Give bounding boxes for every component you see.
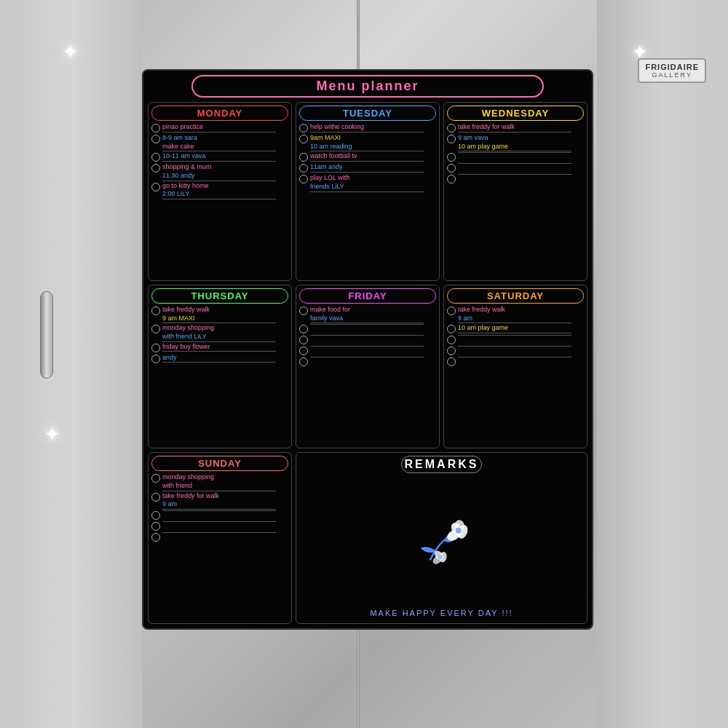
checkbox[interactable] <box>151 344 160 352</box>
monday-item-2: 8-9 am saramake cake <box>162 134 288 151</box>
fridge-handle[interactable] <box>40 291 53 379</box>
checkbox[interactable] <box>151 124 160 132</box>
list-item: 11am andy <box>299 163 436 173</box>
right-side <box>597 0 728 728</box>
list-item: help withe cooking <box>299 123 436 133</box>
monday-items: pinao practice 8-9 am saramake cake 10-1… <box>151 123 288 277</box>
checkbox[interactable] <box>151 355 160 363</box>
thursday-item-1: take freddy walk9 am MAXI <box>162 306 288 323</box>
checkbox[interactable] <box>151 325 160 333</box>
friday-header: FRIDAY <box>299 288 436 304</box>
svg-point-8 <box>438 555 443 560</box>
saturday-item-2: 10 am play game <box>458 324 584 333</box>
thursday-items: take freddy walk9 am MAXI monday shoppin… <box>151 306 288 445</box>
sparkle-top-left: ✦ <box>62 40 79 64</box>
thursday-item-2: monday shoppingwith friend LiLY <box>162 324 288 341</box>
friday-item-2 <box>310 324 436 325</box>
saturday-item-1: take freddy walk9 am <box>458 306 584 323</box>
checkbox[interactable] <box>447 336 456 344</box>
wednesday-header: WEDNESDAY <box>447 106 584 121</box>
list-item <box>447 335 584 345</box>
checkbox[interactable] <box>447 357 456 366</box>
checkbox[interactable] <box>151 183 160 191</box>
checkbox[interactable] <box>299 124 308 132</box>
list-item: 10-11 am vava <box>151 152 288 162</box>
list-item: andy <box>151 354 288 364</box>
wednesday-item-4 <box>458 163 584 164</box>
tuesday-header: TUESDAY <box>299 106 436 121</box>
list-item: 10 am play game <box>447 324 584 334</box>
sunday-item-2: take freddy for walk9 am <box>162 492 288 510</box>
list-item: 9am MAXI10 am reading <box>299 134 436 151</box>
checkbox[interactable] <box>151 511 160 520</box>
tuesday-item-5: play LOL withfriends LiLY <box>310 174 436 191</box>
friday-item-4 <box>310 346 436 347</box>
list-item <box>299 324 436 334</box>
checkbox[interactable] <box>447 347 456 355</box>
sunday-header: SUNDAY <box>151 456 288 471</box>
friday-item-3 <box>310 335 436 336</box>
checkbox[interactable] <box>299 347 308 355</box>
planner-grid: MONDAY pinao practice 8-9 am saramake ca… <box>148 102 587 624</box>
flower-decoration <box>395 517 489 568</box>
list-item: take freddy walk9 am MAXI <box>151 306 288 323</box>
saturday-item-4 <box>458 346 584 347</box>
list-item: pinao practice <box>151 123 288 133</box>
remarks-header: REMARKS <box>401 456 483 473</box>
checkbox[interactable] <box>151 474 160 483</box>
thursday-header: THURSDAY <box>151 288 288 304</box>
checkbox[interactable] <box>447 306 456 315</box>
checkbox[interactable] <box>151 522 160 531</box>
sunday-item-5 <box>162 532 288 533</box>
list-item <box>151 510 288 521</box>
list-item: friday buy flower <box>151 343 288 353</box>
friday-items: make food forfamily vava <box>299 306 436 445</box>
list-item <box>447 174 584 184</box>
checkbox[interactable] <box>299 357 308 366</box>
list-item <box>447 346 584 356</box>
checkbox[interactable] <box>151 153 160 162</box>
monday-item-1: pinao practice <box>162 123 288 132</box>
tuesday-item-3: watch football tv <box>310 152 436 162</box>
checkbox[interactable] <box>151 533 160 542</box>
checkbox[interactable] <box>151 493 160 502</box>
brand-sub: GALLERY <box>645 71 699 79</box>
checkbox[interactable] <box>447 325 456 333</box>
fridge-background: ✦ ✦ ✦ FRIGIDAIRE GALLERY Menu planner MO… <box>0 0 728 728</box>
checkbox[interactable] <box>299 153 308 162</box>
checkbox[interactable] <box>299 175 308 183</box>
remarks-cell: REMARKS <box>296 452 587 624</box>
saturday-item-5 <box>458 357 584 357</box>
friday-item-5 <box>310 357 436 357</box>
checkbox[interactable] <box>447 175 456 183</box>
list-item: monday shoppingwith friend <box>151 473 288 491</box>
checkbox[interactable] <box>151 306 160 315</box>
svg-point-4 <box>455 527 461 533</box>
checkbox[interactable] <box>299 164 308 173</box>
sunday-cell: SUNDAY monday shoppingwith friend take f… <box>148 452 292 624</box>
list-item: play LOL withfriends LiLY <box>299 174 436 191</box>
checkbox[interactable] <box>299 336 308 344</box>
tuesday-cell: TUESDAY help withe cooking 9am MAXI10 am… <box>296 102 440 281</box>
saturday-cell: SATURDAY take freddy walk9 am 10 am play… <box>443 285 587 448</box>
list-item <box>151 521 288 531</box>
checkbox[interactable] <box>447 153 456 162</box>
sunday-item-1: monday shoppingwith friend <box>162 473 288 491</box>
saturday-item-3 <box>458 335 584 336</box>
list-item <box>299 335 436 345</box>
checkbox[interactable] <box>447 164 456 173</box>
list-item <box>447 152 584 162</box>
sparkle-mid-left: ✦ <box>44 422 60 446</box>
list-item: take freddy for walk9 am <box>151 492 288 510</box>
checkbox[interactable] <box>299 325 308 333</box>
checkbox[interactable] <box>447 135 456 143</box>
saturday-items: take freddy walk9 am 10 am play game <box>447 306 584 445</box>
friday-item-1: make food forfamily vava <box>310 306 436 323</box>
checkbox[interactable] <box>299 135 308 143</box>
left-cabinet <box>0 0 142 728</box>
thursday-cell: THURSDAY take freddy walk9 am MAXI monda… <box>148 285 292 448</box>
checkbox[interactable] <box>151 164 160 173</box>
checkbox[interactable] <box>447 124 456 132</box>
checkbox[interactable] <box>299 306 308 315</box>
checkbox[interactable] <box>151 135 160 143</box>
